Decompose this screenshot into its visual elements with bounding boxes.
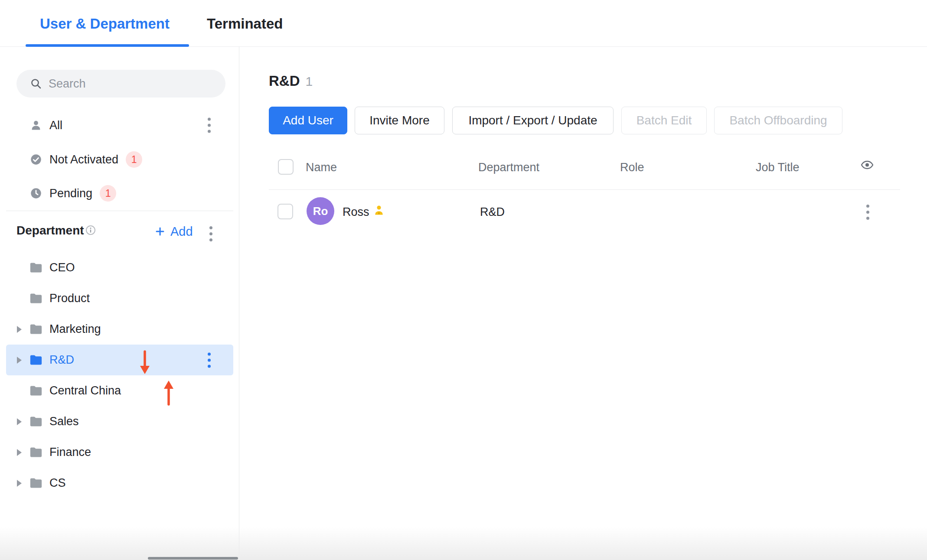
search-box [16, 70, 225, 98]
check-circle-icon [29, 153, 42, 166]
avatar: Ro [307, 197, 334, 225]
import-export-update-button[interactable]: Import / Export / Update [452, 107, 614, 134]
tree-item-label: Sales [49, 415, 79, 428]
rd-more-menu[interactable] [206, 351, 212, 369]
annotation-arrow-down [140, 352, 150, 374]
sidebar-item-all[interactable]: All [6, 110, 233, 141]
folder-icon [29, 416, 42, 427]
invite-more-button[interactable]: Invite More [355, 107, 444, 134]
folder-icon [29, 293, 42, 304]
clock-icon [29, 187, 42, 199]
folder-icon [29, 385, 42, 396]
table-row[interactable]: Ro Ross R&D [269, 190, 900, 233]
tree-item-finance[interactable]: Finance [6, 437, 233, 468]
sidebar-item-not-activated[interactable]: Not Activated 1 [6, 144, 233, 175]
page-title: R&D 1 [269, 73, 313, 89]
folder-icon [29, 262, 42, 273]
annotation-arrow-up [164, 381, 173, 404]
department-section-title: Department [16, 224, 84, 238]
search-input[interactable] [49, 77, 213, 91]
pending-count-badge: 1 [100, 185, 116, 202]
tree-item-cs[interactable]: CS [6, 468, 233, 498]
batch-edit-button: Batch Edit [621, 107, 707, 134]
chevron-right-icon[interactable] [16, 449, 22, 456]
tab-user-department[interactable]: User & Department [40, 16, 170, 32]
column-header-role: Role [620, 161, 644, 174]
chevron-right-icon[interactable] [16, 357, 22, 364]
active-tab-underline [26, 44, 189, 47]
tree-item-label: Marketing [49, 322, 101, 336]
chevron-right-icon[interactable] [16, 418, 22, 425]
tree-item-label: CEO [49, 261, 75, 274]
chevron-right-icon[interactable] [16, 480, 22, 487]
column-header-job-title: Job Title [756, 161, 800, 174]
eye-icon[interactable] [861, 160, 874, 171]
tree-item-label: Finance [49, 446, 91, 459]
column-header-name: Name [306, 161, 337, 174]
department-name-title: R&D [269, 73, 300, 89]
column-header-department: Department [478, 161, 539, 174]
info-icon[interactable] [85, 225, 96, 237]
bottom-fade [0, 527, 927, 560]
sidebar-item-pending[interactable]: Pending 1 [6, 178, 233, 209]
top-header: User & Department Terminated [0, 0, 927, 47]
folder-icon [29, 355, 42, 365]
tree-item-label: R&D [49, 353, 74, 367]
add-department-button[interactable]: Add [155, 222, 193, 241]
tree-item-ceo[interactable]: CEO [6, 252, 233, 283]
folder-icon [29, 447, 42, 458]
user-department: R&D [480, 205, 505, 219]
tree-item-rd[interactable]: R&D [6, 345, 233, 375]
sidebar-item-label: All [49, 119, 62, 132]
sidebar-item-label: Pending [49, 187, 92, 200]
tree-item-label: Product [49, 292, 90, 305]
horizontal-scrollbar-thumb[interactable] [148, 557, 238, 560]
person-icon [29, 119, 42, 131]
all-more-menu[interactable] [206, 116, 212, 135]
department-section-header: Department Add [0, 222, 239, 241]
department-more-menu[interactable] [208, 225, 214, 243]
select-all-checkbox[interactable] [278, 159, 294, 175]
sidebar-main-divider [239, 47, 239, 560]
row-checkbox[interactable] [277, 204, 293, 219]
annotation-arrows [130, 347, 186, 410]
chevron-right-icon[interactable] [16, 326, 22, 333]
sidebar-section-divider [6, 211, 233, 211]
add-department-label: Add [170, 225, 193, 239]
sidebar-item-label: Not Activated [49, 153, 118, 166]
row-more-menu[interactable] [865, 203, 871, 221]
tree-item-sales[interactable]: Sales [6, 406, 233, 437]
member-count: 1 [306, 74, 313, 89]
plus-icon [155, 226, 165, 237]
folder-icon [29, 324, 42, 335]
search-icon [30, 78, 42, 89]
tree-item-central-china[interactable]: Central China [6, 375, 233, 406]
tree-item-label: CS [49, 476, 66, 490]
folder-icon [29, 478, 42, 488]
not-activated-count-badge: 1 [126, 151, 142, 168]
person-yellow-icon [373, 204, 385, 218]
tree-item-marketing[interactable]: Marketing [6, 314, 233, 345]
tree-item-label: Central China [49, 384, 121, 397]
user-name: Ross [343, 205, 369, 219]
add-user-button[interactable]: Add User [269, 107, 347, 134]
tab-terminated[interactable]: Terminated [207, 16, 283, 32]
tree-item-product[interactable]: Product [6, 283, 233, 314]
batch-offboarding-button: Batch Offboarding [714, 107, 842, 134]
